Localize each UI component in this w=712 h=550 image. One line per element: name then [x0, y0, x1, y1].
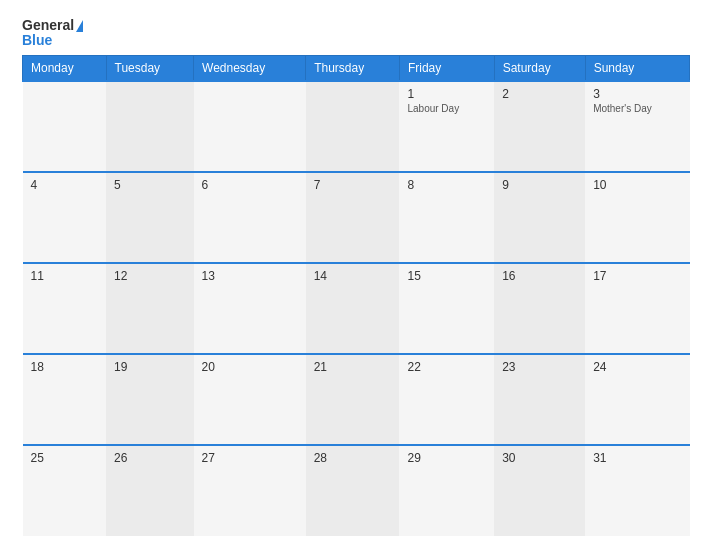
holiday-label: Mother's Day	[593, 103, 681, 114]
weekday-header-row: MondayTuesdayWednesdayThursdayFridaySatu…	[23, 55, 690, 81]
day-number: 7	[314, 178, 392, 192]
calendar-day-31: 31	[585, 445, 689, 536]
day-number: 9	[502, 178, 577, 192]
calendar-day-11: 11	[23, 263, 107, 354]
day-number: 14	[314, 269, 392, 283]
weekday-header-tuesday: Tuesday	[106, 55, 194, 81]
calendar-day-1: 1Labour Day	[399, 81, 494, 172]
calendar-day-25: 25	[23, 445, 107, 536]
calendar-day-5: 5	[106, 172, 194, 263]
weekday-header-friday: Friday	[399, 55, 494, 81]
day-number: 1	[407, 87, 486, 101]
calendar-day-8: 8	[399, 172, 494, 263]
day-number: 5	[114, 178, 186, 192]
logo-triangle-icon	[76, 20, 83, 32]
logo-general-text: General	[22, 18, 74, 33]
day-number: 31	[593, 451, 681, 465]
calendar-day-27: 27	[194, 445, 306, 536]
calendar-day-17: 17	[585, 263, 689, 354]
calendar-page: GeneralBlue MondayTuesdayWednesdayThursd…	[0, 0, 712, 550]
logo-blue-text: Blue	[22, 33, 83, 48]
day-number: 23	[502, 360, 577, 374]
weekday-header-sunday: Sunday	[585, 55, 689, 81]
calendar-day-26: 26	[106, 445, 194, 536]
day-number: 17	[593, 269, 681, 283]
day-number: 4	[31, 178, 99, 192]
calendar-day-23: 23	[494, 354, 585, 445]
day-number: 12	[114, 269, 186, 283]
weekday-header-thursday: Thursday	[306, 55, 400, 81]
calendar-week-row: 18192021222324	[23, 354, 690, 445]
day-number: 3	[593, 87, 681, 101]
calendar-day-7: 7	[306, 172, 400, 263]
calendar-week-row: 45678910	[23, 172, 690, 263]
weekday-header-saturday: Saturday	[494, 55, 585, 81]
calendar-day-20: 20	[194, 354, 306, 445]
calendar-empty-cell	[306, 81, 400, 172]
day-number: 13	[202, 269, 298, 283]
top-bar: GeneralBlue	[22, 18, 690, 49]
day-number: 22	[407, 360, 486, 374]
day-number: 28	[314, 451, 392, 465]
day-number: 2	[502, 87, 577, 101]
day-number: 6	[202, 178, 298, 192]
day-number: 25	[31, 451, 99, 465]
day-number: 8	[407, 178, 486, 192]
day-number: 16	[502, 269, 577, 283]
day-number: 18	[31, 360, 99, 374]
calendar-day-3: 3Mother's Day	[585, 81, 689, 172]
calendar-week-row: 11121314151617	[23, 263, 690, 354]
calendar-day-16: 16	[494, 263, 585, 354]
calendar-day-22: 22	[399, 354, 494, 445]
weekday-header-wednesday: Wednesday	[194, 55, 306, 81]
calendar-day-14: 14	[306, 263, 400, 354]
day-number: 30	[502, 451, 577, 465]
calendar-day-15: 15	[399, 263, 494, 354]
day-number: 11	[31, 269, 99, 283]
calendar-table: MondayTuesdayWednesdayThursdayFridaySatu…	[22, 55, 690, 536]
calendar-day-10: 10	[585, 172, 689, 263]
calendar-day-13: 13	[194, 263, 306, 354]
weekday-header-monday: Monday	[23, 55, 107, 81]
calendar-day-21: 21	[306, 354, 400, 445]
calendar-week-row: 1Labour Day23Mother's Day	[23, 81, 690, 172]
day-number: 26	[114, 451, 186, 465]
calendar-day-2: 2	[494, 81, 585, 172]
day-number: 24	[593, 360, 681, 374]
calendar-empty-cell	[23, 81, 107, 172]
calendar-day-19: 19	[106, 354, 194, 445]
day-number: 27	[202, 451, 298, 465]
holiday-label: Labour Day	[407, 103, 486, 114]
calendar-day-9: 9	[494, 172, 585, 263]
calendar-day-6: 6	[194, 172, 306, 263]
calendar-empty-cell	[106, 81, 194, 172]
day-number: 29	[407, 451, 486, 465]
calendar-day-24: 24	[585, 354, 689, 445]
day-number: 10	[593, 178, 681, 192]
calendar-day-18: 18	[23, 354, 107, 445]
day-number: 21	[314, 360, 392, 374]
day-number: 20	[202, 360, 298, 374]
day-number: 15	[407, 269, 486, 283]
calendar-day-29: 29	[399, 445, 494, 536]
calendar-day-30: 30	[494, 445, 585, 536]
calendar-day-28: 28	[306, 445, 400, 536]
calendar-week-row: 25262728293031	[23, 445, 690, 536]
calendar-day-4: 4	[23, 172, 107, 263]
calendar-empty-cell	[194, 81, 306, 172]
calendar-day-12: 12	[106, 263, 194, 354]
logo: GeneralBlue	[22, 18, 83, 49]
day-number: 19	[114, 360, 186, 374]
